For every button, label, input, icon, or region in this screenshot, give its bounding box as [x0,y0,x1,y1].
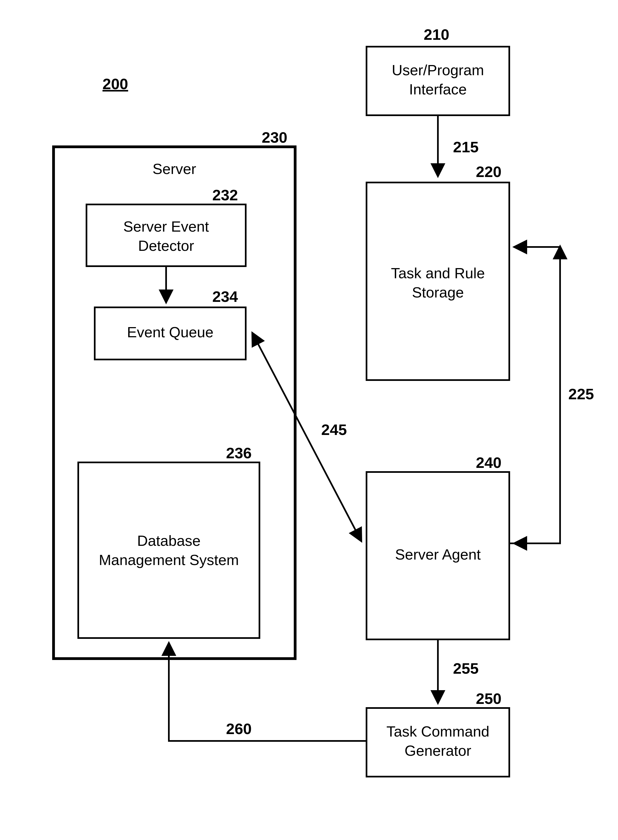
arrow-225-up [509,247,560,543]
label-task-rule-storage-l2: Storage [412,284,464,301]
label-task-command-generator-l1: Task Command [386,723,489,739]
ref-220: 220 [476,163,501,180]
ref-225: 225 [568,385,594,403]
ref-230: 230 [261,129,287,146]
diagram-id-label: 200 [103,75,128,92]
label-user-program-interface-l1: User/Program [392,62,484,78]
label-dbms-l1: Database [137,532,201,549]
ref-250: 250 [476,690,501,707]
ref-215: 215 [453,138,478,156]
ref-232: 232 [212,186,238,204]
ref-240: 240 [476,454,501,471]
label-server: Server [152,160,196,177]
ref-245: 245 [321,421,347,438]
label-user-program-interface-l2: Interface [409,81,467,98]
diagram-root: 200 210 User/Program Interface 215 220 T… [0,0,618,840]
ref-210: 210 [423,26,449,43]
label-server-agent: Server Agent [395,546,481,563]
label-dbms-l2: Management System [99,551,239,568]
box-server-event-detector [86,204,246,266]
label-task-rule-storage-l1: Task and Rule [391,265,485,281]
ref-236: 236 [226,444,251,462]
label-server-event-detector-l1: Server Event [123,218,209,235]
label-task-command-generator-l2: Generator [404,742,471,759]
label-server-event-detector-l2: Detector [138,237,194,254]
label-event-queue: Event Queue [127,324,213,340]
ref-234: 234 [212,288,238,305]
box-dbms [78,462,260,638]
ref-255: 255 [453,660,478,677]
ref-260: 260 [226,720,251,737]
